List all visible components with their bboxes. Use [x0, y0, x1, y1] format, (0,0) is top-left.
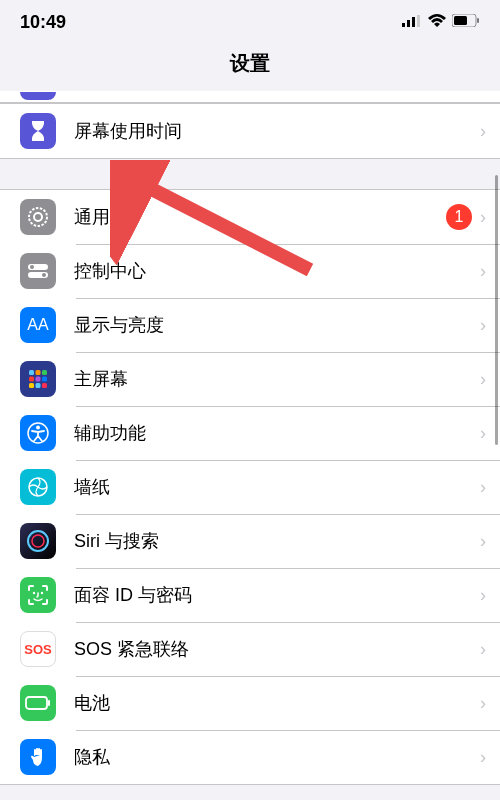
svg-rect-15: [42, 370, 47, 375]
row-display-brightness[interactable]: AA 显示与亮度 ›: [0, 298, 500, 352]
svg-rect-30: [48, 700, 50, 706]
row-general[interactable]: 通用 1 ›: [0, 190, 500, 244]
row-label: 面容 ID 与密码: [74, 583, 472, 607]
row-label: 屏幕使用时间: [74, 119, 472, 143]
row-label: 隐私: [74, 745, 472, 769]
svg-point-25: [28, 531, 48, 551]
svg-point-23: [36, 426, 40, 430]
svg-rect-20: [36, 383, 41, 388]
hand-icon: [20, 739, 56, 775]
chevron-right-icon: ›: [480, 585, 486, 606]
svg-rect-13: [29, 370, 34, 375]
section-gap: [0, 159, 500, 189]
row-label: SOS 紧急联络: [74, 637, 472, 661]
settings-section-1: 屏幕使用时间 ›: [0, 103, 500, 159]
chevron-right-icon: ›: [480, 261, 486, 282]
svg-point-12: [42, 273, 46, 277]
row-wallpaper[interactable]: 墙纸 ›: [0, 460, 500, 514]
scrollbar[interactable]: [495, 175, 498, 445]
svg-rect-2: [412, 17, 415, 27]
sos-icon: SOS: [20, 631, 56, 667]
row-label: 控制中心: [74, 259, 472, 283]
svg-rect-1: [407, 20, 410, 27]
svg-rect-0: [402, 23, 405, 27]
svg-rect-19: [29, 383, 34, 388]
svg-point-7: [29, 208, 47, 226]
status-bar: 10:49: [0, 0, 500, 44]
chevron-right-icon: ›: [480, 477, 486, 498]
svg-rect-3: [417, 15, 420, 27]
svg-point-8: [34, 213, 42, 221]
accessibility-icon: [20, 415, 56, 451]
battery-icon: [452, 13, 480, 31]
row-battery[interactable]: 电池 ›: [0, 676, 500, 730]
row-sos[interactable]: SOS SOS 紧急联络 ›: [0, 622, 500, 676]
row-label: 墙纸: [74, 475, 472, 499]
row-home-screen[interactable]: 主屏幕 ›: [0, 352, 500, 406]
toggles-icon: [20, 253, 56, 289]
partial-previous-row: [0, 91, 500, 103]
row-label: Siri 与搜索: [74, 529, 472, 553]
battery-settings-icon: [20, 685, 56, 721]
svg-rect-21: [42, 383, 47, 388]
chevron-right-icon: ›: [480, 747, 486, 768]
row-label: 通用: [74, 205, 446, 229]
chevron-right-icon: ›: [480, 369, 486, 390]
home-grid-icon: [20, 361, 56, 397]
svg-rect-5: [454, 16, 467, 25]
row-control-center[interactable]: 控制中心 ›: [0, 244, 500, 298]
svg-rect-16: [29, 377, 34, 382]
chevron-right-icon: ›: [480, 207, 486, 228]
svg-point-26: [32, 535, 44, 547]
row-label: 电池: [74, 691, 472, 715]
hourglass-icon: [20, 113, 56, 149]
svg-rect-29: [26, 697, 47, 709]
svg-rect-6: [477, 18, 479, 23]
face-id-icon: [20, 577, 56, 613]
svg-point-10: [30, 265, 34, 269]
page-title: 设置: [0, 44, 500, 91]
status-time: 10:49: [20, 12, 66, 33]
row-accessibility[interactable]: 辅助功能 ›: [0, 406, 500, 460]
gear-icon: [20, 199, 56, 235]
svg-rect-18: [42, 377, 47, 382]
notification-badge: 1: [446, 204, 472, 230]
row-screen-time[interactable]: 屏幕使用时间 ›: [0, 104, 500, 158]
chevron-right-icon: ›: [480, 315, 486, 336]
svg-rect-17: [36, 377, 41, 382]
svg-point-27: [33, 592, 35, 594]
siri-icon: [20, 523, 56, 559]
row-label: 显示与亮度: [74, 313, 472, 337]
svg-point-28: [41, 592, 43, 594]
wifi-icon: [428, 13, 446, 31]
row-privacy[interactable]: 隐私 ›: [0, 730, 500, 784]
chevron-right-icon: ›: [480, 639, 486, 660]
row-face-id[interactable]: 面容 ID 与密码 ›: [0, 568, 500, 622]
settings-section-2: 通用 1 › 控制中心 › AA 显示与亮度 › 主屏幕 › 辅助功能 ›: [0, 189, 500, 785]
svg-rect-14: [36, 370, 41, 375]
status-indicators: [402, 13, 480, 31]
text-size-icon: AA: [20, 307, 56, 343]
signal-icon: [402, 13, 422, 31]
chevron-right-icon: ›: [480, 121, 486, 142]
chevron-right-icon: ›: [480, 531, 486, 552]
row-siri-search[interactable]: Siri 与搜索 ›: [0, 514, 500, 568]
row-label: 主屏幕: [74, 367, 472, 391]
wallpaper-icon: [20, 469, 56, 505]
row-label: 辅助功能: [74, 421, 472, 445]
chevron-right-icon: ›: [480, 693, 486, 714]
chevron-right-icon: ›: [480, 423, 486, 444]
